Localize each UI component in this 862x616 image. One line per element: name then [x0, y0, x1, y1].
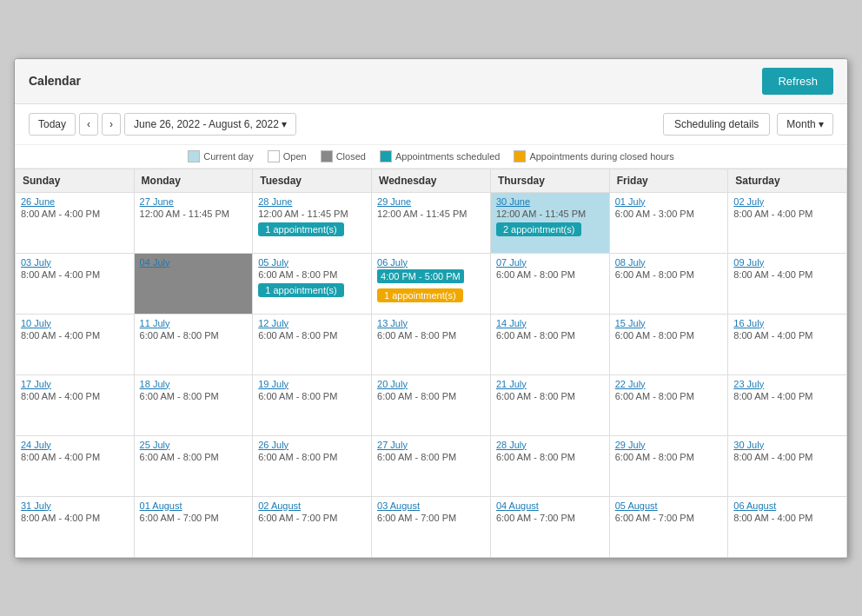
cell-date-link[interactable]: 02 August [258, 500, 366, 511]
cell-date-link[interactable]: 22 July [615, 379, 723, 389]
legend: Current day Open Closed Appointments sch… [15, 145, 847, 169]
cell-date-link[interactable]: 30 June [496, 196, 604, 207]
cell-date-link[interactable]: 27 July [377, 440, 485, 450]
cell-hours: 8:00 AM - 4:00 PM [733, 209, 841, 219]
cell-date-link[interactable]: 12 July [258, 318, 366, 328]
calendar-cell: 02 August6:00 AM - 7:00 PM [253, 496, 372, 557]
cell-date-link[interactable]: 03 August [377, 500, 485, 511]
legend-closed-hours-icon [514, 150, 526, 162]
cell-hours: 12:00 AM - 11:45 PM [140, 209, 248, 219]
cell-date-link[interactable]: 21 July [496, 379, 604, 389]
cell-hours: 6:00 AM - 8:00 PM [140, 330, 248, 341]
cell-date-link[interactable]: 28 June [258, 196, 366, 207]
cell-date-link[interactable]: 04 August [496, 500, 604, 511]
cell-date-link[interactable]: 26 June [21, 196, 129, 207]
cell-date-link[interactable]: 29 July [615, 440, 723, 450]
cell-date-link[interactable]: 19 July [258, 379, 366, 389]
cell-date-link[interactable]: 23 July [733, 379, 841, 389]
cell-hours: 8:00 AM - 4:00 PM [21, 452, 129, 462]
appointment-badge[interactable]: 1 appointment(s) [258, 222, 344, 236]
calendar-col-header: Tuesday [253, 169, 372, 192]
calendar-cell: 16 July8:00 AM - 4:00 PM [728, 314, 847, 374]
calendar-col-header: Sunday [16, 169, 135, 192]
calendar-cell: 12 July6:00 AM - 8:00 PM [253, 314, 372, 374]
cell-date-link[interactable]: 06 July [377, 257, 485, 268]
cell-hours: 6:00 AM - 7:00 PM [377, 513, 485, 523]
cell-date-link[interactable]: 05 July [258, 257, 366, 268]
cell-date-link[interactable]: 31 July [21, 500, 129, 511]
cell-date-link[interactable]: 05 August [615, 500, 723, 511]
cell-date-link[interactable]: 25 July [140, 440, 248, 450]
legend-closed-icon [321, 150, 333, 162]
cell-hours: 12:00 AM - 11:45 PM [377, 209, 485, 219]
calendar-container: SundayMondayTuesdayWednesdayThursdayFrid… [15, 169, 847, 558]
cell-date-link[interactable]: 30 July [733, 440, 841, 450]
cell-hours: 6:00 AM - 8:00 PM [377, 452, 485, 462]
calendar-cell: 05 July6:00 AM - 8:00 PM1 appointment(s) [253, 253, 372, 314]
cell-date-link[interactable]: 27 June [140, 196, 248, 207]
cell-hours: 8:00 AM - 4:00 PM [21, 330, 129, 341]
legend-closed-hours: Appointments during closed hours [514, 150, 673, 162]
calendar-cell: 22 July6:00 AM - 8:00 PM [609, 374, 728, 435]
calendar-cell: 08 July6:00 AM - 8:00 PM [609, 253, 728, 314]
cell-date-link[interactable]: 02 July [733, 196, 841, 207]
cell-date-link[interactable]: 26 July [258, 440, 366, 450]
calendar-cell: 30 July8:00 AM - 4:00 PM [728, 435, 847, 496]
cell-hours: 8:00 AM - 4:00 PM [733, 391, 841, 401]
cell-hours: 6:00 AM - 8:00 PM [496, 391, 604, 401]
calendar-col-header: Thursday [490, 169, 609, 192]
cell-date-link[interactable]: 15 July [615, 318, 723, 328]
today-button[interactable]: Today [29, 113, 76, 136]
cell-date-link[interactable]: 09 July [733, 257, 841, 268]
cell-date-link[interactable]: 18 July [140, 379, 248, 389]
calendar-cell: 17 July8:00 AM - 4:00 PM [16, 374, 135, 435]
cell-date-link[interactable]: 17 July [21, 379, 129, 389]
cell-hours: 6:00 AM - 7:00 PM [140, 513, 248, 523]
calendar-col-header: Wednesday [372, 169, 491, 192]
cell-date-link[interactable]: 01 August [140, 500, 248, 511]
calendar-cell: 24 July8:00 AM - 4:00 PM [16, 435, 135, 496]
cell-hours: 6:00 AM - 8:00 PM [615, 391, 723, 401]
legend-appointments-icon [380, 150, 392, 162]
cell-date-link[interactable]: 29 June [377, 196, 485, 207]
cell-hours: 6:00 AM - 8:00 PM [258, 269, 366, 280]
cell-date-link[interactable]: 07 July [496, 257, 604, 268]
calendar-cell: 04 August6:00 AM - 7:00 PM [490, 496, 609, 557]
refresh-button[interactable]: Refresh [762, 68, 833, 95]
cell-date-link[interactable]: 14 July [496, 318, 604, 328]
toolbar-right: Scheduling details Month ▾ [663, 113, 833, 136]
cell-date-link[interactable]: 20 July [377, 379, 485, 389]
cell-date-link[interactable]: 16 July [733, 318, 841, 328]
cell-hours: 6:00 AM - 8:00 PM [377, 330, 485, 341]
cell-date-link[interactable]: 11 July [140, 318, 248, 328]
appointment-badge[interactable]: 1 appointment(s) [258, 283, 344, 297]
prev-button[interactable]: ‹ [79, 113, 98, 136]
next-button[interactable]: › [102, 113, 121, 136]
cell-hours: 6:00 AM - 8:00 PM [258, 452, 366, 462]
appointment-badge[interactable]: 2 appointment(s) [496, 222, 582, 236]
cell-date-link[interactable]: 24 July [21, 440, 129, 450]
calendar-cell: 02 July8:00 AM - 4:00 PM [728, 192, 847, 253]
table-row: 03 July8:00 AM - 4:00 PM04 July05 July6:… [16, 253, 847, 314]
cell-date-link[interactable]: 08 July [615, 257, 723, 268]
calendar-cell: 26 July6:00 AM - 8:00 PM [253, 435, 372, 496]
cell-hours: 6:00 AM - 8:00 PM [615, 330, 723, 341]
calendar-cell: 31 July8:00 AM - 4:00 PM [16, 496, 135, 557]
calendar-cell: 26 June8:00 AM - 4:00 PM [16, 192, 135, 253]
date-range-selector[interactable]: June 26, 2022 - August 6, 2022 ▾ [124, 113, 296, 136]
calendar-cell: 18 July6:00 AM - 8:00 PM [134, 374, 253, 435]
cell-date-link[interactable]: 03 July [21, 257, 129, 268]
month-view-button[interactable]: Month ▾ [777, 113, 833, 136]
scheduling-details-button[interactable]: Scheduling details [663, 113, 770, 136]
legend-open-label: Open [283, 151, 307, 162]
cell-date-link[interactable]: 10 July [21, 318, 129, 328]
legend-closed: Closed [321, 150, 366, 162]
calendar-cell: 23 July8:00 AM - 4:00 PM [728, 374, 847, 435]
cell-date-link[interactable]: 13 July [377, 318, 485, 328]
cell-date-link[interactable]: 04 July [140, 257, 248, 268]
table-row: 17 July8:00 AM - 4:00 PM18 July6:00 AM -… [16, 374, 847, 435]
cell-date-link[interactable]: 01 July [615, 196, 723, 207]
appointment-badge[interactable]: 1 appointment(s) [377, 288, 463, 302]
cell-date-link[interactable]: 06 August [733, 500, 841, 511]
cell-date-link[interactable]: 28 July [496, 440, 604, 450]
